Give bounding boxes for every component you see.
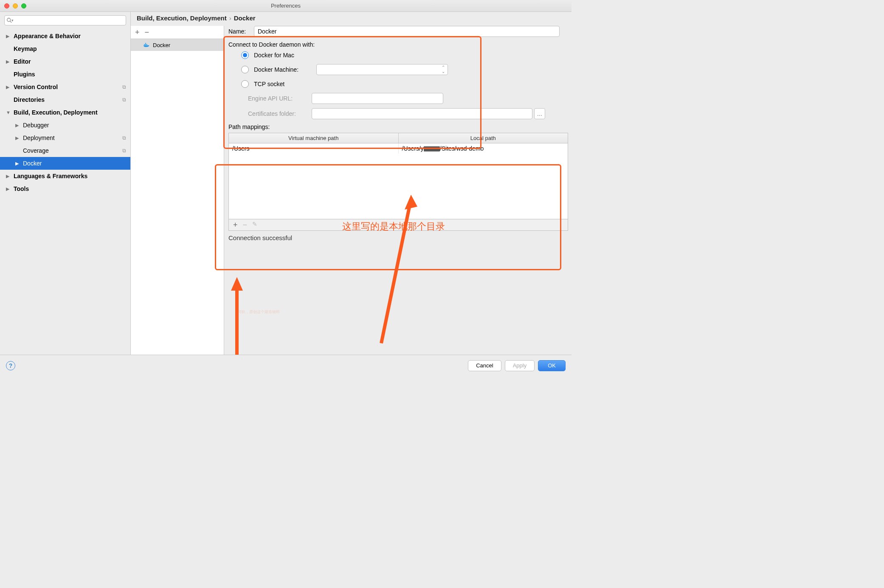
path-mappings-label: Path mappings: (228, 123, 568, 130)
apply-button[interactable]: Apply (505, 360, 535, 371)
header-vm: Virtual machine path (229, 133, 399, 143)
minimize-icon[interactable] (13, 3, 18, 8)
connection-status: Connection successful (228, 234, 568, 241)
sidebar-item-label: Languages & Frameworks (14, 173, 87, 179)
sidebar-item-label: Deployment (23, 134, 55, 141)
sidebar-item-label: Version Control (14, 84, 58, 90)
main-content: ▾ ▶Appearance & Behavior Keymap ▶Editor … (0, 12, 572, 355)
project-scope-icon: ⧉ (122, 84, 126, 90)
radio-label: TCP socket (254, 81, 284, 87)
sidebar-item-label: Build, Execution, Deployment (14, 109, 98, 116)
config-list: Docker (131, 39, 224, 355)
ok-button[interactable]: OK (538, 360, 566, 371)
chevron-right-icon: ▶ (6, 59, 10, 64)
cert-input[interactable] (312, 108, 532, 119)
chevron-right-icon: ▶ (6, 186, 10, 192)
sidebar-item-docker[interactable]: ▶Docker (0, 157, 130, 170)
path-mappings-table: Virtual machine path Local path /Users /… (228, 133, 568, 219)
sidebar-item-appearance[interactable]: ▶Appearance & Behavior (0, 30, 130, 42)
help-button[interactable]: ? (6, 361, 15, 370)
svg-point-0 (7, 18, 11, 22)
name-input[interactable] (254, 26, 560, 37)
path-toolbar: + − ✎ (228, 219, 568, 231)
cancel-button[interactable]: Cancel (468, 360, 501, 371)
sidebar-item-coverage[interactable]: Coverage⧉ (0, 144, 130, 157)
redacted-icon (424, 146, 440, 151)
svg-rect-4 (146, 44, 147, 45)
sidebar-item-label: Plugins (14, 71, 35, 78)
chevron-right-icon: ▶ (15, 123, 20, 128)
traffic-lights (4, 3, 26, 8)
chevron-right-icon: ▶ (6, 84, 10, 90)
annotation-arrow-icon (228, 277, 245, 366)
svg-marker-7 (231, 277, 243, 291)
chevron-right-icon: ▶ (6, 34, 10, 39)
search-row: ▾ (0, 12, 130, 29)
cell-local: /Users/y/Sites/wsd-demo (399, 143, 568, 154)
table-row[interactable]: /Users /Users/y/Sites/wsd-demo (229, 143, 568, 154)
remove-path-button[interactable]: − (243, 221, 248, 229)
project-scope-icon: ⧉ (122, 135, 126, 141)
browse-button[interactable]: … (534, 108, 545, 119)
radio-docker-mac[interactable]: Docker for Mac (241, 51, 568, 59)
connect-label: Connect to Docker daemon with: (228, 41, 568, 48)
sidebar-item-editor[interactable]: ▶Editor (0, 55, 130, 68)
cell-vm: /Users (229, 143, 399, 154)
sidebar-item-label: Appearance & Behavior (14, 33, 81, 39)
name-row: Name: (228, 26, 568, 37)
sidebar-item-version-control[interactable]: ▶Version Control⧉ (0, 81, 130, 93)
machine-select[interactable]: ⌃⌄ (316, 64, 448, 75)
close-icon[interactable] (4, 3, 9, 8)
sidebar-item-build[interactable]: ▼Build, Execution, Deployment (0, 106, 130, 119)
config-item-docker[interactable]: Docker (131, 39, 224, 51)
search-wrap[interactable]: ▾ (4, 15, 126, 25)
table-body[interactable]: /Users /Users/y/Sites/wsd-demo (229, 143, 568, 219)
sidebar-item-debugger[interactable]: ▶Debugger (0, 119, 130, 132)
svg-rect-2 (144, 44, 145, 45)
search-input[interactable] (14, 17, 126, 24)
sidebar-item-label: Debugger (23, 122, 49, 129)
sidebar-item-label: Coverage (23, 147, 49, 154)
sidebar-item-languages[interactable]: ▶Languages & Frameworks (0, 170, 130, 182)
sidebar-item-tools[interactable]: ▶Tools (0, 182, 130, 195)
engine-url-input[interactable] (312, 93, 443, 104)
sidebar-item-directories[interactable]: Directories⧉ (0, 93, 130, 106)
chevron-right-icon: ▶ (15, 161, 20, 166)
detail-panel: Name: Connect to Docker daemon with: Doc… (224, 26, 572, 355)
footer: ? Cancel Apply OK (0, 355, 572, 376)
radio-label: Docker for Mac (254, 52, 294, 59)
breadcrumb-separator: › (229, 14, 231, 22)
config-item-label: Docker (153, 42, 170, 48)
breadcrumb-current: Docker (234, 14, 256, 22)
remove-button[interactable]: − (145, 28, 149, 36)
table-header: Virtual machine path Local path (229, 133, 568, 143)
breadcrumb-parent[interactable]: Build, Execution, Deployment (137, 14, 227, 22)
select-arrows-icon: ⌃⌄ (442, 65, 445, 74)
radio-tcp[interactable]: TCP socket (241, 80, 568, 88)
chevron-down-icon: ▼ (6, 110, 10, 115)
svg-rect-3 (145, 44, 146, 45)
sidebar-item-label: Keymap (14, 45, 37, 52)
chevron-right-icon: ▶ (6, 174, 10, 179)
cert-label: Certificates folder: (248, 110, 312, 117)
sidebar-item-label: Docker (23, 160, 42, 167)
edit-path-button[interactable]: ✎ (252, 221, 257, 229)
breadcrumb: Build, Execution, Deployment › Docker (131, 12, 572, 26)
add-button[interactable]: + (135, 28, 140, 36)
add-path-button[interactable]: + (233, 221, 238, 229)
maximize-icon[interactable] (21, 3, 26, 8)
titlebar: Preferences (0, 0, 572, 12)
project-scope-icon: ⧉ (122, 148, 126, 154)
sidebar-item-label: Tools (14, 185, 29, 192)
radio-docker-machine[interactable]: Docker Machine: ⌃⌄ (241, 64, 568, 75)
sidebar-item-keymap[interactable]: Keymap (0, 42, 130, 55)
watermark: 同轨，原创这个建造物料 (238, 309, 280, 315)
sidebar-item-deployment[interactable]: ▶Deployment⧉ (0, 132, 130, 144)
docker-icon (144, 42, 150, 48)
window-title: Preferences (271, 3, 301, 9)
form-area: Name: Connect to Docker daemon with: Doc… (228, 26, 568, 241)
header-local: Local path (399, 133, 568, 143)
engine-url-row: Engine API URL: (248, 93, 568, 104)
config-toolbar: + − (131, 26, 224, 39)
sidebar-item-plugins[interactable]: Plugins (0, 68, 130, 81)
